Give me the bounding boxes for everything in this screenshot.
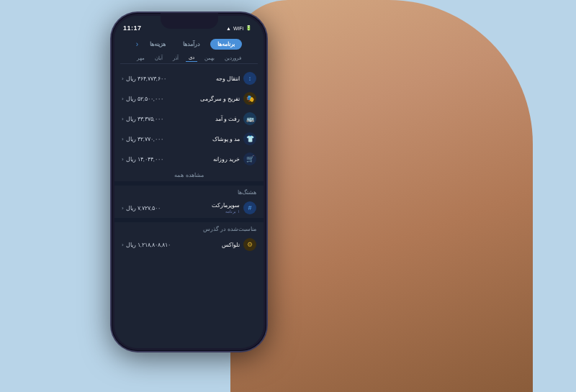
chevron-left-icon-3: ‹	[122, 136, 124, 142]
hand-background	[230, 0, 533, 392]
notch	[161, 13, 218, 29]
time-filter-row: فروردین بهمن دی آذر آبان مهر	[114, 53, 264, 63]
cat-amount-2: ۳۳,۳۷۵,۰۰۰ ریال	[126, 116, 163, 122]
cat-right-1: ۵۲,۵۰۰,۰۰۰ ریال ‹	[122, 96, 163, 102]
chevron-left-icon-1: ‹	[122, 96, 124, 102]
tabs-row: › هزینه‌ها درآمدها برنامه‌ها	[114, 36, 264, 53]
cat-icon-2: 🚌	[243, 112, 256, 125]
list-item[interactable]: ↕ انتقال وجه ۳۶۴,۷۷۳,۶۰۰ ریال ‹	[114, 68, 264, 88]
cat-amount-0: ۳۶۴,۷۷۳,۶۰۰ ریال	[126, 76, 166, 82]
content-area: ↕ انتقال وجه ۳۶۴,۷۷۳,۶۰۰ ریال ‹ 🎭	[114, 64, 264, 348]
tab-daramad[interactable]: درآمدها	[176, 39, 207, 50]
phone-outer: 11:17 ▲ WiFi 🔋 › هزینه‌ها درآمدها برنامه…	[112, 13, 266, 351]
list-item[interactable]: 🚌 رفت و آمد ۳۳,۳۷۵,۰۰۰ ریال ‹	[114, 109, 264, 129]
cat-icon-4: 🛒	[243, 152, 256, 165]
phone: 11:17 ▲ WiFi 🔋 › هزینه‌ها درآمدها برنامه…	[112, 13, 266, 351]
screen: 11:17 ▲ WiFi 🔋 › هزینه‌ها درآمدها برنامه…	[114, 16, 264, 348]
list-item[interactable]: # سوپرمارکت ۱ برنامه ۷,۷۲۷,۵۰۰ ریال ‹	[114, 198, 264, 218]
list-item[interactable]: ⚙ تلواکس ۱,۲۱۸,۸۰۸,۸۱۰ ریال ‹	[114, 234, 264, 255]
category-list: ↕ انتقال وجه ۳۶۴,۷۷۳,۶۰۰ ریال ‹ 🎭	[114, 64, 264, 255]
hashtag-info: سوپرمارکت ۱ برنامه	[212, 202, 240, 214]
list-item[interactable]: 👕 مد و پوشاک ۳۲,۷۷۰,۰۰۰ ریال ‹	[114, 129, 264, 149]
hashtag-right: ۷,۷۲۷,۵۰۰ ریال ‹	[122, 205, 161, 211]
list-item[interactable]: 🎭 تفریح و سرگرمی ۵۲,۵۰۰,۰۰۰ ریال ‹	[114, 88, 264, 109]
chevron-left-hashtag: ‹	[122, 205, 124, 211]
hashtag-icon: #	[243, 201, 256, 214]
cat-right-0: ۳۶۴,۷۷۳,۶۰۰ ریال ‹	[122, 76, 166, 82]
hashtag-sub: ۱ برنامه	[212, 209, 240, 214]
occasion-icon: ⚙	[243, 238, 256, 251]
cat-left-0: ↕ انتقال وجه	[216, 72, 256, 85]
filter-farvardin[interactable]: فروردین	[222, 55, 244, 62]
cat-icon-3: 👕	[243, 132, 256, 145]
cat-name-3: مد و پوشاک	[212, 136, 240, 142]
cat-name-2: رفت و آمد	[215, 116, 240, 122]
chevron-left-icon-0: ‹	[122, 76, 124, 82]
hashtag-name: سوپرمارکت	[212, 202, 240, 209]
chevron-left-icon-2: ‹	[122, 116, 124, 122]
scene: 11:17 ▲ WiFi 🔋 › هزینه‌ها درآمدها برنامه…	[0, 0, 576, 392]
signal-icon: ▲	[226, 26, 231, 31]
cat-name-1: تفریح و سرگرمی	[200, 96, 240, 102]
cat-left-2: 🚌 رفت و آمد	[215, 112, 256, 125]
hashtag-amount: ۷,۷۲۷,۵۰۰ ریال	[126, 205, 161, 211]
battery-icon: 🔋	[246, 25, 252, 31]
filter-mehr[interactable]: مهر	[134, 55, 148, 62]
status-icons: ▲ WiFi 🔋	[226, 25, 252, 31]
chevron-left-occasion: ‹	[122, 242, 124, 248]
cat-amount-4: ۱۴,۰۴۴,۰۰۰ ریال	[126, 156, 163, 163]
filter-aban[interactable]: آبان	[152, 55, 166, 62]
filter-dey[interactable]: دی	[186, 54, 197, 62]
cat-name-0: انتقال وجه	[216, 76, 240, 82]
cat-name-4: خرید روزانه	[213, 156, 240, 163]
occasion-right: ۱,۲۱۸,۸۰۸,۸۱۰ ریال ‹	[122, 242, 171, 248]
tab-hezineh[interactable]: هزینه‌ها	[143, 39, 173, 50]
hashtag-left: # سوپرمارکت ۱ برنامه	[212, 201, 256, 214]
cat-icon-0: ↕	[243, 72, 256, 85]
status-time: 11:17	[123, 24, 142, 32]
chevron-right-icon[interactable]: ›	[136, 40, 138, 48]
section-title-occasions: مناسبت‌شده در گذرس	[114, 222, 264, 234]
cat-amount-1: ۵۲,۵۰۰,۰۰۰ ریال	[126, 96, 163, 102]
cat-left-1: 🎭 تفریح و سرگرمی	[200, 92, 256, 105]
cat-icon-1: 🎭	[243, 92, 256, 105]
cat-right-4: ۱۴,۰۴۴,۰۰۰ ریال ‹	[122, 156, 163, 163]
cat-right-3: ۳۲,۷۷۰,۰۰۰ ریال ‹	[122, 136, 163, 142]
cat-right-2: ۳۳,۳۷۵,۰۰۰ ریال ‹	[122, 116, 163, 122]
cat-amount-3: ۳۲,۷۷۰,۰۰۰ ریال	[126, 136, 163, 142]
list-item[interactable]: 🛒 خرید روزانه ۱۴,۰۴۴,۰۰۰ ریال ‹	[114, 149, 264, 169]
occasion-name: تلواکس	[222, 242, 240, 248]
see-all-button[interactable]: مشاهده همه	[114, 169, 264, 181]
wifi-icon: WiFi	[233, 26, 243, 31]
occasion-left: ⚙ تلواکس	[222, 238, 256, 251]
section-title-hashtags: هشتگ‌ها	[114, 186, 264, 198]
cat-left-4: 🛒 خرید روزانه	[213, 152, 256, 165]
occasion-amount: ۱,۲۱۸,۸۰۸,۸۱۰ ریال	[126, 242, 171, 248]
filter-azar[interactable]: آذر	[170, 55, 181, 62]
chevron-left-icon-4: ‹	[122, 156, 124, 163]
filter-bahman[interactable]: بهمن	[202, 55, 217, 62]
cat-left-3: 👕 مد و پوشاک	[212, 132, 256, 145]
tab-barnameh[interactable]: برنامه‌ها	[210, 39, 242, 50]
